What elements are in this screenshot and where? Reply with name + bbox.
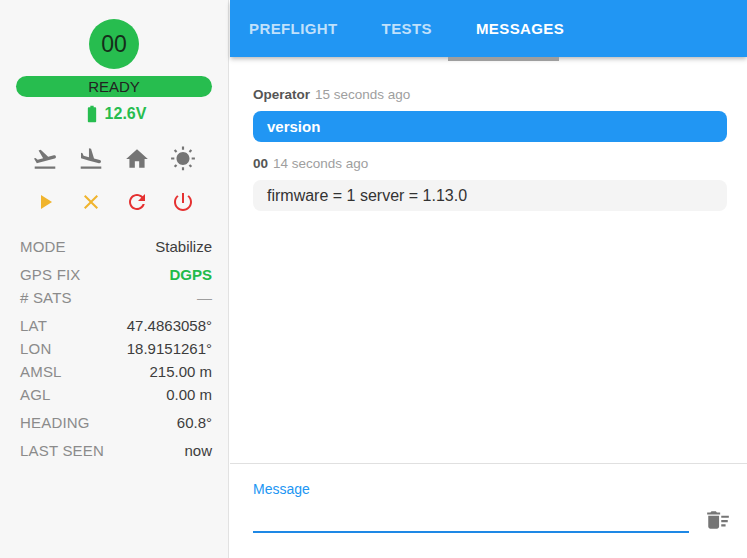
telemetry-row-agl: AGL 0.00 m (20, 383, 212, 406)
battery-voltage: 12.6V (105, 105, 147, 123)
message-meta: 0014 seconds ago (253, 156, 727, 172)
message-time: 14 seconds ago (273, 156, 368, 171)
telemetry-row-sats: # SATS — (20, 286, 212, 309)
telemetry-value: 0.00 m (166, 383, 212, 406)
status-badge: READY (16, 76, 212, 97)
reboot-button[interactable] (121, 187, 153, 217)
message-composer: Message (230, 463, 747, 558)
telemetry-row-mode: MODE Stabilize (20, 235, 212, 258)
active-tab-indicator (448, 57, 559, 61)
telemetry-value: 215.00 m (149, 360, 212, 383)
cancel-button[interactable] (75, 187, 107, 217)
message-list: Operator15 seconds ago version 0014 seco… (230, 57, 747, 463)
telemetry-label: LON (20, 337, 51, 360)
x-icon (79, 190, 103, 214)
telemetry-label: AMSL (20, 360, 62, 383)
message-time: 15 seconds ago (315, 87, 410, 102)
start-button[interactable] (29, 187, 61, 217)
telemetry-value: 47.4863058° (127, 314, 212, 337)
clear-messages-button[interactable] (704, 506, 732, 534)
message-group-outgoing: Operator15 seconds ago version (253, 87, 727, 142)
message-sender: 00 (253, 156, 268, 171)
message-input-label: Message (253, 481, 310, 497)
delete-sweep-icon (705, 507, 731, 533)
play-icon (33, 190, 57, 214)
telemetry-label: AGL (20, 383, 51, 406)
power-icon (171, 190, 195, 214)
power-off-button[interactable] (167, 187, 199, 217)
telemetry-row-amsl: AMSL 215.00 m (20, 360, 212, 383)
tab-preflight[interactable]: PREFLIGHT (236, 0, 351, 57)
telemetry-value: Stabilize (155, 235, 212, 258)
flight-takeoff-icon (32, 146, 58, 172)
ground-control-app: 00 READY 12.6V (0, 0, 747, 558)
command-actions-row (0, 187, 228, 217)
main-panel: PREFLIGHT TESTS MESSAGES Operator15 seco… (230, 0, 747, 558)
telemetry-row-lat: LAT 47.4863058° (20, 314, 212, 337)
sun-icon (170, 146, 196, 172)
tabs-header: PREFLIGHT TESTS MESSAGES (230, 0, 747, 57)
refresh-icon (125, 190, 149, 214)
telemetry-value: 18.9151261° (127, 337, 212, 360)
home-icon (124, 146, 150, 172)
telemetry-value: — (197, 286, 212, 309)
telemetry-label: LAST SEEN (20, 439, 104, 462)
telemetry-value: DGPS (169, 263, 212, 286)
message-bubble-incoming: firmware = 1 server = 1.13.0 (253, 180, 727, 211)
battery-icon (82, 104, 102, 124)
takeoff-button[interactable] (29, 144, 61, 174)
flight-actions-row (0, 144, 228, 174)
flash-lights-button[interactable] (167, 144, 199, 174)
telemetry-value: now (184, 439, 212, 462)
telemetry-label: LAT (20, 314, 47, 337)
tab-tests[interactable]: TESTS (369, 0, 445, 57)
telemetry-label: # SATS (20, 286, 72, 309)
telemetry-row-heading: HEADING 60.8° (20, 411, 212, 434)
message-group-incoming: 0014 seconds ago firmware = 1 server = 1… (253, 156, 727, 211)
telemetry-row-lon: LON 18.9151261° (20, 337, 212, 360)
telemetry-label: HEADING (20, 411, 90, 434)
message-bubble-outgoing: version (253, 111, 727, 142)
drone-status-panel: 00 READY 12.6V (0, 0, 229, 558)
telemetry-row-gps-fix: GPS FIX DGPS (20, 263, 212, 286)
message-meta: Operator15 seconds ago (253, 87, 727, 103)
message-sender: Operator (253, 87, 310, 102)
return-home-button[interactable] (121, 144, 153, 174)
message-input[interactable] (253, 504, 689, 533)
battery-indicator: 12.6V (0, 104, 228, 124)
drone-id-badge[interactable]: 00 (89, 19, 139, 69)
telemetry-label: GPS FIX (20, 263, 81, 286)
telemetry-table: MODE Stabilize GPS FIX DGPS # SATS — LAT… (0, 235, 228, 462)
tab-messages[interactable]: MESSAGES (463, 0, 577, 57)
land-button[interactable] (75, 144, 107, 174)
telemetry-row-last-seen: LAST SEEN now (20, 439, 212, 462)
flight-land-icon (78, 146, 104, 172)
telemetry-value: 60.8° (177, 411, 212, 434)
telemetry-label: MODE (20, 235, 66, 258)
